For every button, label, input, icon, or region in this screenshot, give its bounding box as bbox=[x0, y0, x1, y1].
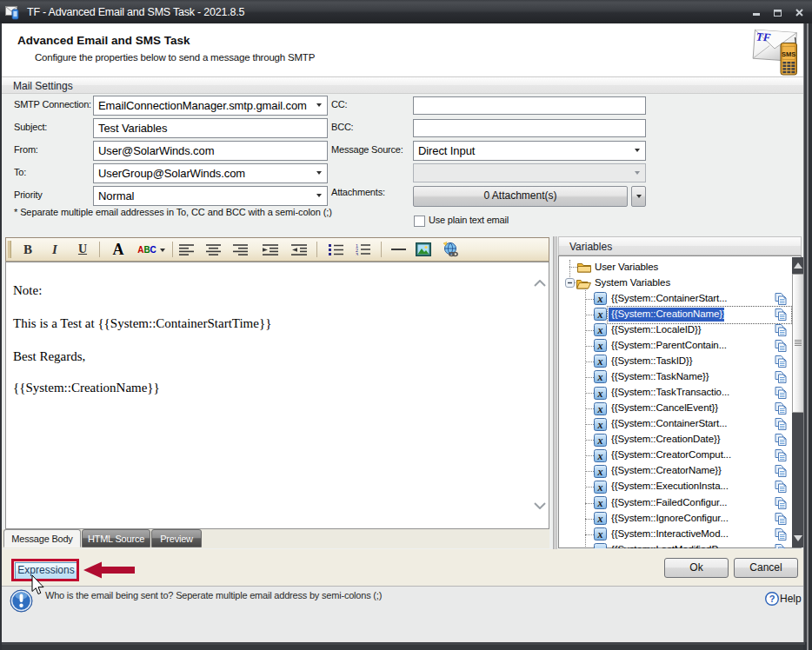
svg-text:x: x bbox=[597, 308, 603, 321]
svg-text:x: x bbox=[597, 371, 603, 383]
svg-text:x: x bbox=[597, 513, 603, 525]
svg-text:x: x bbox=[597, 544, 603, 548]
svg-text:x: x bbox=[597, 434, 603, 446]
svg-text:x: x bbox=[597, 355, 603, 368]
svg-text:x: x bbox=[597, 449, 603, 461]
svg-text:x: x bbox=[597, 324, 603, 336]
svg-text:x: x bbox=[597, 402, 603, 415]
svg-text:SMS: SMS bbox=[782, 50, 795, 58]
svg-text:x: x bbox=[597, 528, 603, 541]
svg-text:x: x bbox=[597, 340, 603, 352]
svg-text:x: x bbox=[597, 497, 603, 509]
svg-text:?: ? bbox=[769, 594, 775, 604]
svg-text:x: x bbox=[597, 387, 603, 399]
svg-text:x: x bbox=[597, 465, 603, 477]
svg-text:x: x bbox=[597, 481, 603, 493]
svg-text:TF: TF bbox=[755, 30, 771, 43]
svg-text:x: x bbox=[597, 293, 603, 305]
svg-text:3: 3 bbox=[356, 252, 358, 255]
svg-text:x: x bbox=[597, 418, 603, 430]
